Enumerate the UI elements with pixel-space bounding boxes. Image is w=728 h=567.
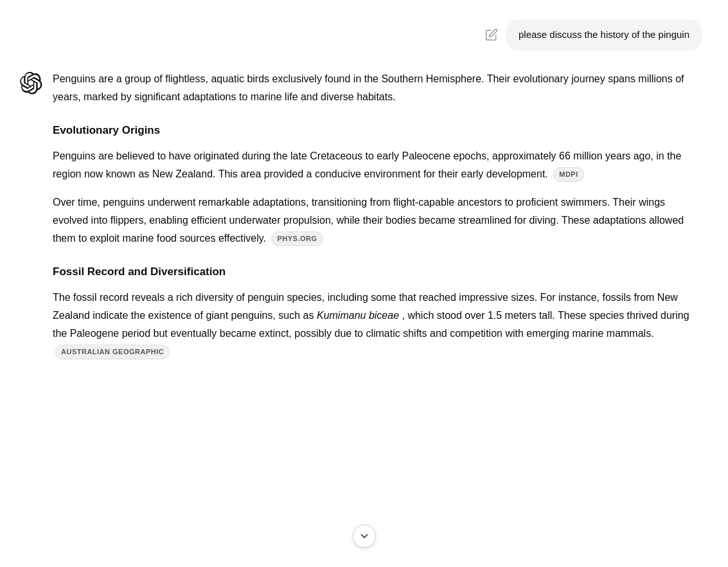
user-message-text: please discuss the history of the pingui… [519,29,689,40]
citation-physorg[interactable]: PHYS.ORG [271,231,323,246]
page-container: please discuss the history of the pingui… [0,0,728,390]
user-message-row: please discuss the history of the pingui… [0,13,728,57]
citation-australian-geographic[interactable]: AUSTRALIAN GEOGRAPHIC [55,345,170,359]
edit-icon[interactable] [485,19,498,51]
avatar [19,71,42,94]
scroll-down-button[interactable] [353,525,376,548]
assistant-content: Penguins are a group of flightless, aqua… [53,70,702,371]
user-message-bubble: please discuss the history of the pingui… [506,19,702,51]
section2-paragraph1: The fossil record reveals a rich diversi… [53,289,702,361]
section2-heading: Fossil Record and Diversification [53,263,702,281]
citation-mdpi[interactable]: MDPI [553,167,584,182]
assistant-message-row: Penguins are a group of flightless, aqua… [0,64,728,377]
section2-italic: Kumimanu biceae [317,310,399,321]
chevron-down-icon [359,530,370,542]
section1-heading: Evolutionary Origins [53,122,702,140]
section1-paragraph1: Penguins are believed to have originated… [53,147,702,183]
intro-paragraph: Penguins are a group of flightless, aqua… [53,70,702,106]
section1-paragraph2: Over time, penguins underwent remarkable… [53,194,702,248]
